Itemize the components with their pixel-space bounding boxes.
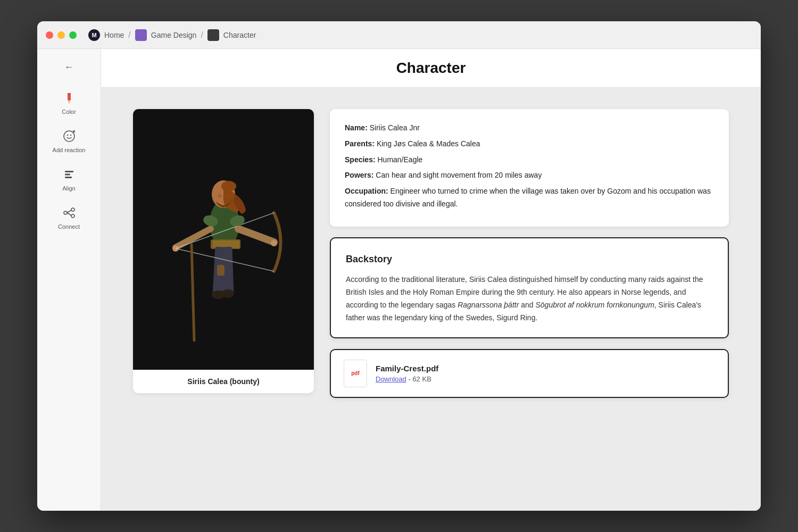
stats-card: Name: Siriis Calea Jnr Parents: King Jøs… bbox=[330, 109, 729, 227]
svg-rect-10 bbox=[65, 174, 70, 176]
info-panels: Name: Siriis Calea Jnr Parents: King Jøs… bbox=[330, 109, 729, 398]
svg-rect-11 bbox=[65, 177, 72, 178]
breadcrumb-game-label[interactable]: Game Design bbox=[151, 31, 197, 39]
color-label: Color bbox=[62, 109, 76, 115]
sidebar-item-color[interactable]: Color bbox=[45, 85, 93, 119]
backstory-title: Backstory bbox=[346, 251, 713, 268]
app-window: M Home / Game Design / Character ← bbox=[37, 21, 761, 511]
sidebar-item-add-reaction[interactable]: Add reaction bbox=[45, 123, 93, 157]
field-species: Species: Human/Eagle bbox=[345, 154, 714, 167]
field-powers: Powers: Can hear and sight movement from… bbox=[345, 169, 714, 182]
field-name: Name: Siriis Calea Jnr bbox=[345, 122, 714, 135]
name-label: Name: bbox=[345, 123, 368, 132]
download-link[interactable]: Download bbox=[376, 375, 406, 383]
align-icon bbox=[61, 166, 78, 183]
svg-rect-9 bbox=[65, 171, 73, 172]
name-value: Siriis Calea Jnr bbox=[370, 123, 420, 132]
parents-label: Parents: bbox=[345, 139, 375, 148]
species-label: Species: bbox=[345, 155, 376, 164]
svg-rect-0 bbox=[68, 93, 71, 101]
minimize-button[interactable] bbox=[57, 31, 65, 39]
breadcrumb-sep-2: / bbox=[201, 30, 203, 40]
svg-point-6 bbox=[70, 135, 71, 136]
canvas-area: Siriis Calea (bounty) Name: Siriis Calea… bbox=[101, 88, 761, 511]
breadcrumb-sep-1: / bbox=[128, 30, 130, 40]
svg-rect-38 bbox=[217, 265, 225, 276]
game-design-icon bbox=[135, 29, 147, 41]
occupation-value: Engineer who turned to crime when the vi… bbox=[345, 187, 711, 208]
svg-point-4 bbox=[64, 131, 74, 142]
backstory-text: According to the traditional literature,… bbox=[346, 273, 713, 324]
file-download-row: Download - 62 KB bbox=[376, 375, 438, 383]
svg-point-24 bbox=[221, 289, 234, 298]
parents-value: King Jøs Calea & Mades Calea bbox=[377, 139, 480, 148]
svg-point-33 bbox=[218, 194, 221, 198]
file-name: Family-Crest.pdf bbox=[376, 364, 438, 373]
home-icon: M bbox=[88, 29, 100, 41]
back-button[interactable]: ← bbox=[60, 57, 79, 77]
backstory-card: Backstory According to the traditional l… bbox=[330, 237, 729, 338]
sidebar-item-connect[interactable]: Connect bbox=[45, 200, 93, 234]
svg-line-15 bbox=[67, 210, 71, 213]
field-parents: Parents: King Jøs Calea & Mades Calea bbox=[345, 138, 714, 151]
add-reaction-icon bbox=[61, 128, 78, 145]
breadcrumb-char-label[interactable]: Character bbox=[223, 31, 256, 39]
file-info: Family-Crest.pdf Download - 62 KB bbox=[376, 364, 438, 383]
sidebar-item-align[interactable]: Align bbox=[45, 162, 93, 196]
svg-point-14 bbox=[71, 214, 74, 218]
breadcrumb-home-label[interactable]: Home bbox=[104, 31, 124, 39]
page-title: Character bbox=[101, 60, 761, 77]
svg-line-16 bbox=[67, 213, 71, 215]
connect-icon bbox=[61, 204, 78, 221]
breadcrumb: M Home / Game Design / Character bbox=[88, 29, 256, 41]
main-layout: ← Color bbox=[37, 49, 761, 511]
content-area: Character bbox=[101, 49, 761, 511]
svg-point-12 bbox=[64, 211, 67, 214]
connect-label: Connect bbox=[58, 223, 80, 230]
svg-point-35 bbox=[221, 181, 236, 192]
backstory-italic2: Sögubrot af nokkrum fornkonungum bbox=[535, 301, 654, 309]
close-button[interactable] bbox=[46, 31, 53, 39]
powers-label: Powers: bbox=[345, 171, 373, 179]
svg-marker-2 bbox=[68, 102, 70, 104]
maximize-button[interactable] bbox=[69, 31, 77, 39]
svg-point-13 bbox=[71, 208, 74, 211]
add-reaction-label: Add reaction bbox=[53, 147, 86, 153]
character-image bbox=[133, 109, 314, 370]
backstory-italic1: Ragnarssona þáttr bbox=[458, 301, 519, 309]
svg-point-26 bbox=[271, 240, 277, 246]
species-value: Human/Eagle bbox=[377, 155, 422, 164]
backstory-and: and bbox=[519, 301, 535, 309]
character-icon bbox=[207, 29, 219, 41]
color-icon bbox=[61, 89, 78, 106]
field-occupation: Occupation: Engineer who turned to crime… bbox=[345, 185, 714, 211]
svg-point-34 bbox=[226, 194, 229, 198]
svg-rect-1 bbox=[68, 101, 70, 102]
file-card: pdf Family-Crest.pdf Download - 62 KB bbox=[330, 349, 729, 398]
sidebar: ← Color bbox=[37, 49, 101, 511]
file-size: - 62 KB bbox=[408, 375, 431, 383]
powers-value: Can hear and sight movement from 20 mile… bbox=[376, 171, 542, 179]
traffic-lights bbox=[46, 31, 77, 39]
titlebar: M Home / Game Design / Character bbox=[37, 21, 761, 49]
svg-point-5 bbox=[66, 135, 68, 136]
align-label: Align bbox=[62, 185, 75, 192]
occupation-label: Occupation: bbox=[345, 187, 388, 195]
svg-rect-3 bbox=[68, 93, 71, 94]
pdf-icon: pdf bbox=[344, 360, 367, 387]
page-header: Character bbox=[101, 49, 761, 88]
character-card: Siriis Calea (bounty) bbox=[133, 109, 314, 393]
character-caption: Siriis Calea (bounty) bbox=[133, 370, 314, 393]
